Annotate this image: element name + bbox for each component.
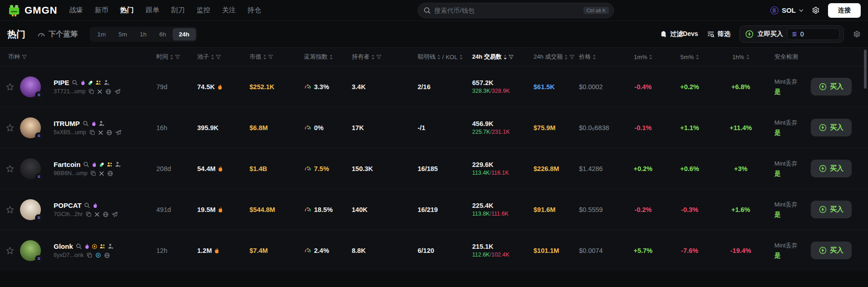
nav-item-copytrade[interactable]: 跟单 bbox=[145, 6, 159, 15]
nav-item-holdings[interactable]: 持仓 bbox=[247, 6, 261, 15]
search-icon[interactable] bbox=[83, 121, 89, 126]
nav-item-sniper[interactable]: 刮刀 bbox=[171, 6, 185, 15]
header-smart-kol[interactable]: 聪明钱 / KOL bbox=[411, 53, 466, 61]
token-avatar[interactable] bbox=[20, 158, 41, 179]
telegram-icon[interactable] bbox=[112, 211, 118, 217]
copy-icon[interactable] bbox=[86, 211, 91, 217]
sort-icon[interactable] bbox=[170, 55, 173, 60]
header-pool[interactable]: 池子 bbox=[191, 53, 243, 61]
token-avatar[interactable] bbox=[20, 76, 41, 97]
copy-icon[interactable] bbox=[87, 252, 92, 258]
globe-icon[interactable] bbox=[103, 211, 109, 217]
x-icon[interactable] bbox=[97, 89, 102, 94]
nav-item-trenches[interactable]: 战壕 bbox=[69, 6, 83, 15]
time-filter-1m[interactable]: 1m bbox=[91, 28, 112, 40]
time-filter-1h[interactable]: 1h bbox=[134, 28, 153, 40]
list-settings-gear-icon[interactable] bbox=[853, 30, 861, 38]
sort-icon[interactable] bbox=[746, 55, 749, 60]
star-icon[interactable] bbox=[6, 206, 14, 214]
token-name[interactable]: Glonk bbox=[54, 242, 73, 250]
search-icon[interactable] bbox=[72, 80, 78, 86]
header-price[interactable]: 价格 bbox=[573, 53, 620, 61]
x-icon[interactable] bbox=[99, 171, 104, 176]
settings-gear-icon[interactable] bbox=[812, 6, 820, 15]
sort-icon[interactable] bbox=[437, 55, 440, 60]
buy-button[interactable]: 买入 bbox=[811, 78, 852, 96]
globe-icon[interactable] bbox=[107, 171, 113, 176]
copy-icon[interactable] bbox=[89, 89, 94, 94]
search-icon[interactable] bbox=[76, 243, 82, 249]
time-filter-24h[interactable]: 24h bbox=[173, 28, 196, 40]
telegram-icon[interactable] bbox=[115, 89, 120, 95]
buy-button[interactable]: 买入 bbox=[811, 242, 852, 259]
filter-button[interactable]: 筛选 bbox=[707, 30, 730, 38]
table-row[interactable]: POPCAT 7GCih...2hr 491d 19.5M $544.8M bbox=[0, 189, 868, 230]
time-filter-5m[interactable]: 5m bbox=[112, 28, 134, 40]
buy-button[interactable]: 买入 bbox=[811, 201, 852, 218]
x-icon[interactable] bbox=[98, 130, 103, 135]
token-name[interactable]: POPCAT bbox=[54, 201, 81, 209]
search-input[interactable] bbox=[434, 7, 580, 14]
table-row[interactable]: PIPE 3T721...ump 79d 74.5K $252.1K 3.3 bbox=[0, 66, 868, 107]
filter-funnel-icon[interactable] bbox=[175, 55, 180, 60]
sort-icon[interactable] bbox=[649, 55, 652, 60]
nav-item-new[interactable]: 新币 bbox=[95, 6, 108, 15]
scrollbar[interactable] bbox=[864, 50, 867, 89]
filter-funnel-icon[interactable] bbox=[376, 55, 381, 60]
nav-item-trending[interactable]: 热门 bbox=[120, 6, 134, 15]
copy-icon[interactable] bbox=[90, 171, 96, 176]
token-name[interactable]: PIPE bbox=[54, 79, 69, 86]
next-bluechip-tab[interactable]: 下个蓝筹 bbox=[37, 30, 78, 39]
table-row[interactable]: ITRUMP 5xXB5...ump 16h 395.9K $6.8M 0% bbox=[0, 107, 868, 148]
token-avatar[interactable] bbox=[20, 240, 41, 261]
header-24h-tx[interactable]: 24h 交易数 bbox=[466, 53, 527, 61]
token-name[interactable]: ITRUMP bbox=[54, 120, 80, 127]
header-mcap[interactable]: 市值 bbox=[243, 53, 298, 61]
sort-icon[interactable] bbox=[696, 55, 699, 60]
star-icon[interactable] bbox=[6, 247, 14, 255]
filter-funnel-icon[interactable] bbox=[216, 55, 221, 60]
instant-buy-amount-box[interactable] bbox=[787, 28, 840, 40]
buy-button[interactable]: 买入 bbox=[811, 160, 852, 177]
globe-icon[interactable] bbox=[106, 130, 112, 136]
telegram-icon[interactable] bbox=[115, 130, 121, 136]
header-1h[interactable]: 1h% bbox=[713, 54, 768, 60]
table-row[interactable]: Fartcoin 9BB6N...ump 208d 54.4M $1.4B bbox=[0, 148, 868, 189]
star-icon[interactable] bbox=[6, 124, 14, 132]
connect-wallet-button[interactable]: 连接 bbox=[828, 3, 861, 18]
header-bluechip[interactable]: 蓝筹指数 bbox=[298, 53, 345, 61]
filter-devs-button[interactable]: 过滤Devs bbox=[660, 30, 698, 38]
sort-icon[interactable] bbox=[593, 55, 596, 60]
globe-icon[interactable] bbox=[104, 252, 110, 258]
filter-funnel-icon[interactable] bbox=[22, 55, 27, 60]
header-coin[interactable]: 币种 bbox=[0, 53, 150, 61]
token-avatar[interactable] bbox=[20, 117, 41, 138]
star-icon[interactable] bbox=[6, 165, 14, 173]
sort-icon[interactable] bbox=[211, 55, 214, 60]
buy-button[interactable]: 买入 bbox=[811, 119, 852, 136]
gmgn-logo[interactable]: GMGN bbox=[7, 4, 57, 17]
filter-funnel-icon[interactable] bbox=[509, 55, 514, 60]
header-24h-volume[interactable]: 24h 成交额 bbox=[527, 53, 573, 61]
table-row[interactable]: Glonk 8yxD7...onk 12h 1.2M $7.4M 2.4% bbox=[0, 230, 868, 271]
search-icon[interactable] bbox=[84, 202, 90, 208]
sort-icon[interactable] bbox=[564, 55, 568, 60]
copy-icon[interactable] bbox=[90, 130, 95, 135]
instant-buy-amount-input[interactable] bbox=[800, 30, 836, 38]
sort-icon-active[interactable] bbox=[504, 55, 507, 60]
sort-icon[interactable] bbox=[263, 55, 266, 60]
sort-icon[interactable] bbox=[371, 55, 374, 60]
header-5m[interactable]: 5m% bbox=[666, 54, 713, 60]
time-filter-6h[interactable]: 6h bbox=[153, 28, 173, 40]
nav-item-monitor[interactable]: 监控 bbox=[196, 6, 210, 15]
globe-icon[interactable] bbox=[105, 89, 111, 95]
instant-buy-label[interactable]: 立即买入 bbox=[758, 30, 783, 38]
header-1m[interactable]: 1m% bbox=[620, 54, 666, 60]
search-bar[interactable]: Ctrl alt K bbox=[418, 3, 614, 18]
header-holders[interactable]: 持有者 bbox=[345, 53, 411, 61]
link-icon[interactable] bbox=[95, 252, 101, 258]
token-name[interactable]: Fartcoin bbox=[54, 161, 80, 168]
sort-icon[interactable] bbox=[459, 55, 463, 60]
nav-item-follow[interactable]: 关注 bbox=[222, 6, 235, 15]
star-icon[interactable] bbox=[6, 83, 14, 91]
